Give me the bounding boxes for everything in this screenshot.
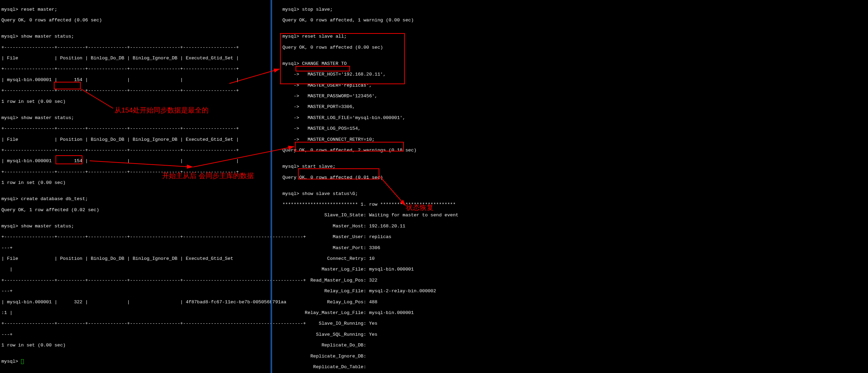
left-terminal[interactable]: mysql> reset master; Query OK, 0 rows af… <box>0 0 271 373</box>
slave-status-line: Slave_SQL_Running: Yes <box>282 332 377 337</box>
cmd-change-master-to: mysql> CHANGE MASTER TO <box>282 61 347 66</box>
change-master-line: -> MASTER_LOG_POS=154, <box>282 126 361 131</box>
change-master-line: -> MASTER_HOST='192.168.20.11', <box>282 72 386 77</box>
table-header: | File | Position | Binlog_Do_DB | Binlo… <box>1 56 239 61</box>
change-master-line: -> MASTER_PASSWORD='123456', <box>282 94 377 99</box>
slave-status-line: Master_User: replicas <box>282 234 391 239</box>
slave-status-line: Replicate_Ignore_DB: <box>282 354 366 359</box>
table-sep: +------------------+----------+---------… <box>1 126 239 131</box>
right-terminal[interactable]: mysql> stop slave; Query OK, 0 rows affe… <box>271 0 868 373</box>
slave-status-line: Replicate_Do_Table: <box>282 364 366 370</box>
table-header: | <box>1 267 12 272</box>
table-sep: +------------------+----------+---------… <box>1 321 306 326</box>
resp-line: Query OK, 0 rows affected (0.00 sec) <box>282 45 383 50</box>
annotation-text-1: 从154处开始同步数据是最全的 <box>114 106 209 114</box>
cmd-show-master-status-3: mysql> show master status; <box>1 224 74 229</box>
cmd-create-database: mysql> create database db_test; <box>1 196 88 202</box>
change-master-line: -> MASTER_USER='replicas', <box>282 83 372 88</box>
rows-in-set: 1 row in set (0.00 sec) <box>1 180 66 185</box>
slave-status-line: Connect_Retry: 10 <box>282 256 375 261</box>
cmd-reset-master: mysql> reset master; <box>1 7 57 12</box>
resp-line: Query OK, 0 rows affected (0.06 sec) <box>1 18 102 23</box>
table-sep: ---+ <box>1 332 12 337</box>
slave-status-line: Master_Host: 192.168.20.11 <box>282 224 405 229</box>
table-sep: +------------------+----------+---------… <box>1 278 306 283</box>
resp-line: Query OK, 0 rows affected (0.01 sec) <box>282 175 383 180</box>
rows-in-set: 1 row in set (0.00 sec) <box>1 99 66 104</box>
cmd-reset-slave-all: mysql> reset slave all; <box>282 34 347 39</box>
cmd-stop-slave: mysql> stop slave; <box>282 7 333 12</box>
slave-status-line: Slave_IO_Running: Yes <box>282 321 377 326</box>
table-sep: +------------------+----------+---------… <box>1 148 239 153</box>
table-sep: +------------------+----------+---------… <box>1 45 239 50</box>
mysql-prompt[interactable]: mysql> <box>1 359 24 364</box>
table-row: | mysql-bin.000001 | 154 | | | | <box>1 158 239 164</box>
cmd-start-slave: mysql> start slave; <box>282 164 336 169</box>
table-row: | mysql-bin.000001 | 154 | | | | <box>1 77 239 82</box>
table-row: | mysql-bin.000001 | 322 | | | 4f87bad8-… <box>1 300 286 305</box>
table-sep: +------------------+----------+---------… <box>1 88 239 93</box>
rows-in-set: 1 row in set (0.00 sec) <box>1 343 66 348</box>
resp-line: Query OK, 0 rows affected, 2 warnings (0… <box>282 148 417 153</box>
table-row: :1 | <box>1 310 12 315</box>
annotation-text-3: 状态恢复 <box>406 204 433 211</box>
table-header: | File | Position | Binlog_Do_DB | Binlo… <box>1 137 239 142</box>
resp-line: Query OK, 0 rows affected, 1 warning (0.… <box>282 18 414 23</box>
slave-status-line: Slave_IO_State: Waiting for master to se… <box>282 213 458 218</box>
slave-status-line: Relay_Log_File: mysql-2-relay-bin.000002 <box>282 288 436 294</box>
table-header: | File | Position | Binlog_Do_DB | Binlo… <box>1 256 233 261</box>
change-master-line: -> MASTER_CONNECT_RETRY=10; <box>282 137 375 142</box>
slave-status-line: Replicate_Do_DB: <box>282 343 366 348</box>
slave-status-line: Master_Port: 3306 <box>282 245 380 251</box>
annotation-text-2: 开始主从后 会同步主库的数据 <box>162 172 254 179</box>
slave-status-line: Master_Log_File: mysql-bin.000001 <box>282 267 414 272</box>
table-sep: +------------------+----------+---------… <box>1 234 306 239</box>
table-sep: ---+ <box>1 288 12 294</box>
table-sep: ---+ <box>1 245 12 251</box>
slave-status-line: Relay_Log_Pos: 488 <box>282 300 377 305</box>
slave-status-line: Read_Master_Log_Pos: 322 <box>282 278 377 283</box>
cursor-icon <box>21 359 24 364</box>
cmd-show-master-status-2: mysql> show master status; <box>1 115 74 120</box>
table-sep: +------------------+----------+---------… <box>1 66 239 71</box>
change-master-line: -> MASTER_PORT=3306, <box>282 104 355 109</box>
slave-status-line: Relay_Master_Log_File: mysql-bin.000001 <box>282 310 414 315</box>
cmd-show-slave-status: mysql> show slave status\G; <box>282 191 358 196</box>
change-master-line: -> MASTER_LOG_FILE='mysql-bin.000001', <box>282 115 405 120</box>
cmd-show-master-status-1: mysql> show master status; <box>1 34 74 39</box>
resp-line: Query OK, 1 row affected (0.02 sec) <box>1 207 99 213</box>
